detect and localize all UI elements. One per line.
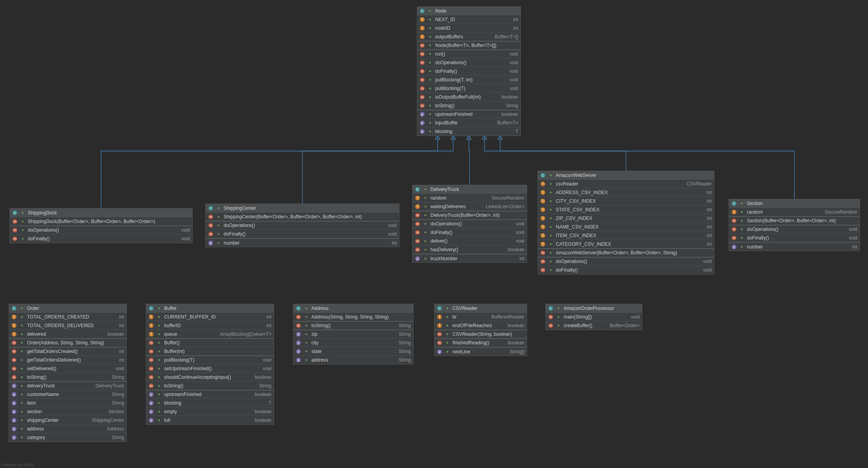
class-header[interactable]: CAmazonOrderProcessor xyxy=(546,304,642,313)
member-row[interactable]: frandomSecureRandom xyxy=(729,208,860,216)
member-row[interactable]: mrun()void xyxy=(417,50,521,58)
member-row[interactable]: fADDRESS_CSV_INDEXint xyxy=(538,188,714,197)
member-row[interactable]: mdoFinally()void xyxy=(729,234,860,242)
member-row[interactable]: mfinishedReading()boolean xyxy=(434,338,527,347)
member-row[interactable]: pitemString xyxy=(9,399,127,407)
member-row[interactable]: mdoOperations()void xyxy=(206,221,399,230)
class-CSVReader[interactable]: CCSVReaderfbrBufferedReaderfendOfFileRea… xyxy=(434,304,527,356)
member-row[interactable]: mtoString()String xyxy=(9,373,127,382)
member-row[interactable]: msetDelivered()void xyxy=(9,364,127,373)
member-row[interactable]: fbufferIDint xyxy=(146,321,274,330)
member-row[interactable]: mdoOperations()void xyxy=(417,58,521,67)
class-header[interactable]: CBuffer xyxy=(146,304,274,313)
member-row[interactable]: mgetTotalOrdersDelivered()int xyxy=(9,356,127,364)
member-row[interactable]: mtoString()String xyxy=(417,101,521,110)
member-row[interactable]: pnumberint xyxy=(729,242,860,251)
member-row[interactable]: mputBlocking(T)void xyxy=(417,84,521,93)
member-row[interactable]: fwaitingDeliveriesLinkedList<Order> xyxy=(412,202,527,211)
member-row[interactable]: pcategoryString xyxy=(9,433,127,442)
class-header[interactable]: CAddress xyxy=(293,304,413,313)
member-row[interactable]: fCURRENT_BUFFER_IDint xyxy=(146,313,274,321)
member-row[interactable]: mdoOperations()void xyxy=(10,226,192,234)
member-row[interactable]: mBuffer() xyxy=(146,338,274,347)
member-row[interactable]: pupstreamFinishedboolean xyxy=(417,110,521,119)
member-row[interactable]: mShippingCenter(Buffer<Order>, Buffer<Or… xyxy=(206,212,399,221)
class-header[interactable]: CAmazonWebServer xyxy=(538,171,714,180)
member-row[interactable]: pfullboolean xyxy=(146,416,274,425)
class-AmazonWebServer[interactable]: CAmazonWebServerfcsvReaderCSVReaderfADDR… xyxy=(537,171,714,275)
member-row[interactable]: pblockingT xyxy=(417,127,521,136)
class-header[interactable]: CNode xyxy=(417,7,521,15)
member-row[interactable]: mdoFinally()void xyxy=(206,230,399,238)
class-ShippingCenter[interactable]: CShippingCentermShippingCenter(Buffer<Or… xyxy=(205,203,400,247)
member-row[interactable]: fZIP_CSV_INDEXint xyxy=(538,214,714,223)
class-header[interactable]: CShippingCenter xyxy=(206,204,399,212)
member-row[interactable]: fNEXT_IDint xyxy=(417,15,521,24)
member-row[interactable]: fTOTAL_ORDERS_CREATEDint xyxy=(9,313,127,321)
class-ShippingDock[interactable]: CShippingDockmShippingDock(Buffer<Order>… xyxy=(9,208,193,243)
member-row[interactable]: pblockingT xyxy=(146,399,274,407)
member-row[interactable]: mdeliver()void xyxy=(412,237,527,245)
class-Node[interactable]: CNodefNEXT_IDintfnodeIDintfoutputBuffers… xyxy=(417,6,521,136)
member-row[interactable]: mOrder(Address, String, String, String) xyxy=(9,338,127,347)
member-row[interactable]: fTOTAL_ORDERS_DELIVEREDint xyxy=(9,321,127,330)
member-row[interactable]: misOutputBufferFull(int)boolean xyxy=(417,93,521,101)
member-row[interactable]: mgetTotalOrdersCreated()int xyxy=(9,347,127,356)
member-row[interactable]: mdoOperations()void xyxy=(412,220,527,228)
member-row[interactable]: fqueueArrayBlockingQueue<T> xyxy=(146,330,274,338)
member-row[interactable]: mdoOperations()void xyxy=(538,257,714,266)
member-row[interactable]: msetUpstreamFinished()void xyxy=(146,364,274,373)
member-row[interactable]: mNode(Buffer<T>, Buffer<T>[]) xyxy=(417,41,521,50)
member-row[interactable]: pupstreamFinishedboolean xyxy=(146,390,274,399)
member-row[interactable]: mdoFinally()void xyxy=(417,67,521,76)
member-row[interactable]: fCATEGORY_CSV_INDEXint xyxy=(538,240,714,248)
class-Address[interactable]: CAddressmAddress(String, String, String,… xyxy=(293,304,414,365)
member-row[interactable]: mCSVReader(String, boolean) xyxy=(434,330,527,338)
class-AmazonOrderProcessor[interactable]: CAmazonOrderProcessormmain(String[])void… xyxy=(545,304,642,330)
member-row[interactable]: mmain(String[])void xyxy=(546,313,642,321)
member-row[interactable]: pcustomerNameString xyxy=(9,390,127,399)
member-row[interactable]: ptruckNumberint xyxy=(412,254,527,263)
member-row[interactable]: fnodeIDint xyxy=(417,24,521,32)
member-row[interactable]: fCITY_CSV_INDEXint xyxy=(538,197,714,205)
member-row[interactable]: mtoString()String xyxy=(293,321,413,330)
member-row[interactable]: paddressAddress xyxy=(9,425,127,433)
class-header[interactable]: CSection xyxy=(729,199,860,208)
member-row[interactable]: mdoFinally()void xyxy=(412,228,527,237)
class-header[interactable]: CDeliveryTruck xyxy=(412,185,527,194)
member-row[interactable]: mBuffer(int) xyxy=(146,347,274,356)
member-row[interactable]: psectionSection xyxy=(9,407,127,416)
member-row[interactable]: mSection(Buffer<Order>, Buffer<Order>, i… xyxy=(729,216,860,225)
member-row[interactable]: mshouldContinueAcceptingInput()boolean xyxy=(146,373,274,382)
member-row[interactable]: fcsvReaderCSVReader xyxy=(538,180,714,188)
class-Buffer[interactable]: CBufferfCURRENT_BUFFER_IDintfbufferIDint… xyxy=(146,304,274,425)
member-row[interactable]: fNAME_CSV_INDEXint xyxy=(538,223,714,231)
class-DeliveryTruck[interactable]: CDeliveryTruckfrandomSecureRandomfwaitin… xyxy=(412,185,527,263)
member-row[interactable]: mputBlocking(T, int)void xyxy=(417,76,521,84)
member-row[interactable]: pzipString xyxy=(293,330,413,338)
class-header[interactable]: CCSVReader xyxy=(434,304,527,313)
member-row[interactable]: mhasDelivery()boolean xyxy=(412,245,527,254)
member-row[interactable]: mdoFinally()void xyxy=(538,266,714,274)
member-row[interactable]: mAddress(String, String, String, String) xyxy=(293,313,413,321)
class-Section[interactable]: CSectionfrandomSecureRandommSection(Buff… xyxy=(729,199,860,251)
member-row[interactable]: pnumberint xyxy=(206,238,399,247)
member-row[interactable]: mtoString()String xyxy=(146,382,274,390)
member-row[interactable]: pnextLineString[] xyxy=(434,347,527,356)
member-row[interactable]: fbrBufferedReader xyxy=(434,313,527,321)
member-row[interactable]: pinputBufferBuffer<T> xyxy=(417,119,521,127)
class-Order[interactable]: COrderfTOTAL_ORDERS_CREATEDintfTOTAL_ORD… xyxy=(9,304,127,442)
member-row[interactable]: foutputBuffersBuffer<T>[] xyxy=(417,32,521,41)
member-row[interactable]: mDeliveryTruck(Buffer<Order>, int) xyxy=(412,211,527,220)
class-header[interactable]: COrder xyxy=(9,304,127,313)
member-row[interactable]: paddressString xyxy=(293,356,413,364)
member-row[interactable]: pdeliveryTruckDeliveryTruck xyxy=(9,382,127,390)
member-row[interactable]: mputBlocking(T)void xyxy=(146,356,274,364)
member-row[interactable]: pemptyboolean xyxy=(146,407,274,416)
member-row[interactable]: mdoFinally()void xyxy=(10,234,192,243)
member-row[interactable]: fendOfFileReachedboolean xyxy=(434,321,527,330)
member-row[interactable]: pstateString xyxy=(293,347,413,356)
member-row[interactable]: frandomSecureRandom xyxy=(412,194,527,202)
member-row[interactable]: mdoOperations()void xyxy=(729,225,860,234)
member-row[interactable]: mcreateBuffer()Buffer<Order> xyxy=(546,321,642,330)
